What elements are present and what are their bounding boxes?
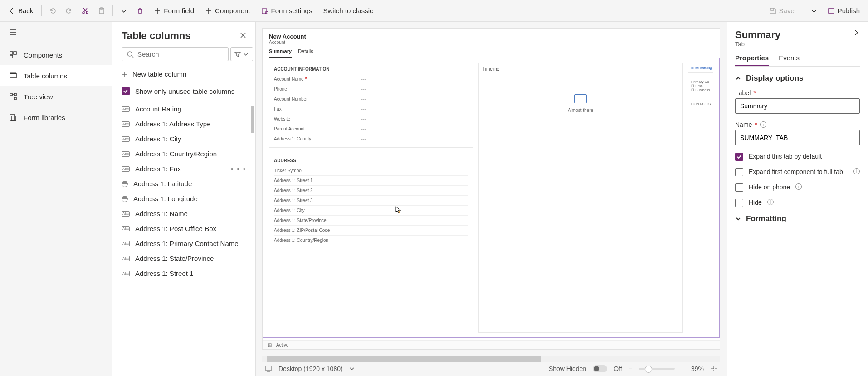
section-address[interactable]: ADDRESS Ticker Symbol---Address 1: Stree… (269, 154, 473, 249)
form-subtitle: Account (269, 40, 713, 45)
more-chevron[interactable] (117, 5, 131, 17)
form-field-row[interactable]: Address 1: Street 1--- (274, 176, 468, 186)
save-button[interactable]: Save (765, 4, 799, 17)
form-settings-button[interactable]: Form settings (257, 4, 317, 17)
paste-button[interactable] (94, 5, 109, 17)
column-item[interactable]: AbcAddress 1: Name (112, 206, 255, 221)
group-formatting[interactable]: Formatting (735, 214, 860, 223)
form-tab-details[interactable]: Details (298, 48, 313, 58)
form-field-row[interactable]: Address 1: State/Province--- (274, 216, 468, 226)
svg-rect-9 (10, 55, 13, 58)
section-timeline[interactable]: Timeline Almost there (478, 63, 683, 333)
table-columns-icon (9, 72, 17, 80)
nav-tree-view[interactable]: Tree view (0, 86, 112, 107)
zoom-slider[interactable] (639, 368, 675, 370)
delete-button[interactable] (133, 5, 147, 17)
hide-phone-checkbox[interactable]: Hide on phone i (735, 183, 860, 192)
group-display-options[interactable]: Display options (735, 74, 860, 83)
scrollbar-thumb[interactable] (267, 356, 541, 362)
expand-default-checkbox[interactable]: Expand this tab by default (735, 153, 860, 161)
column-item[interactable]: AbcAddress 1: Primary Contact Name (112, 236, 255, 251)
form-field-row[interactable]: Address 1: Street 2--- (274, 186, 468, 196)
column-item[interactable]: AbcAccount Rating (112, 101, 255, 116)
form-field-row[interactable]: Account Name*--- (274, 74, 468, 84)
label-input[interactable] (735, 98, 860, 114)
column-item[interactable]: AbcAddress 1: Street 1 (112, 266, 255, 281)
save-chevron[interactable] (807, 5, 821, 17)
fit-icon[interactable] (710, 365, 717, 372)
new-table-column-button[interactable]: New table column (112, 66, 255, 82)
canvas-horizontal-scrollbar[interactable] (262, 356, 720, 362)
nav-form-libraries[interactable]: Form libraries (0, 107, 112, 128)
device-label[interactable]: Desktop (1920 x 1080) (278, 365, 343, 372)
zoom-in-button[interactable]: + (681, 365, 685, 372)
chevron-down-icon (735, 216, 741, 222)
cut-button[interactable] (78, 5, 93, 17)
undo-button[interactable] (45, 5, 60, 17)
form-field-button[interactable]: Form field (149, 4, 199, 17)
form-field-row[interactable]: Address 1: ZIP/Postal Code--- (274, 226, 468, 236)
settings-icon (261, 7, 268, 14)
error-link[interactable]: Error loading (691, 66, 712, 70)
search-input[interactable] (137, 50, 224, 58)
filter-button[interactable] (230, 47, 253, 61)
zoom-out-button[interactable]: − (629, 365, 632, 372)
chevron-down-icon[interactable] (349, 366, 355, 371)
column-item[interactable]: AbcAddress 1: Country/Region (112, 146, 255, 161)
column-item[interactable]: AbcAddress 1: Address Type (112, 116, 255, 131)
search-input-wrap[interactable] (122, 47, 229, 61)
nav-components[interactable]: Components (0, 44, 112, 65)
form-canvas[interactable]: New Account Account Summary Details ACCO… (262, 28, 720, 350)
column-label: Address 1: Latitude (133, 180, 192, 188)
back-button[interactable]: Back (4, 4, 38, 17)
show-hidden-toggle[interactable] (593, 365, 607, 372)
redo-button[interactable] (62, 5, 76, 17)
expand-first-checkbox[interactable]: Expand first component to full tab i (735, 168, 860, 176)
save-label: Save (779, 7, 795, 14)
info-icon[interactable]: i (795, 183, 802, 190)
scrollbar-thumb[interactable] (251, 106, 254, 133)
form-field-row[interactable]: Address 1: County--- (274, 134, 468, 144)
svg-rect-7 (10, 52, 13, 54)
form-field-row[interactable]: Parent Account--- (274, 124, 468, 134)
form-field-row[interactable]: Address 1: Street 3--- (274, 196, 468, 206)
nav-table-columns[interactable]: Table columns (0, 65, 112, 86)
tab-events[interactable]: Events (779, 54, 800, 66)
column-item[interactable]: AbcAddress 1: Post Office Box (112, 221, 255, 236)
hide-checkbox[interactable]: Hide i (735, 199, 860, 207)
more-icon[interactable]: • • • (231, 165, 246, 173)
checkbox-empty-icon (735, 199, 743, 207)
column-item[interactable]: Address 1: Latitude (112, 176, 255, 191)
column-item[interactable]: Address 1: Longitude (112, 191, 255, 206)
form-field-row[interactable]: Address 1: Country/Region--- (274, 236, 468, 245)
field-value: --- (361, 178, 366, 183)
form-field-row[interactable]: Address 1: City--- (274, 206, 468, 216)
chevron-right-icon[interactable] (853, 29, 860, 36)
right-card[interactable]: Error loading (688, 63, 713, 73)
form-field-row[interactable]: Ticker Symbol--- (274, 166, 468, 176)
show-unused-checkbox[interactable]: Show only unused table columns (112, 82, 255, 101)
column-item[interactable]: AbcAddress 1: Fax• • • (112, 161, 255, 176)
field-label: Account Number (274, 96, 361, 101)
switch-classic-button[interactable]: Switch to classic (318, 4, 377, 17)
form-field-row[interactable]: Account Number--- (274, 94, 468, 104)
right-card[interactable]: Primary Co⊟ Email⊟ Business (688, 77, 713, 95)
hamburger-button[interactable] (0, 22, 112, 44)
component-button[interactable]: Component (200, 4, 255, 17)
close-button[interactable] (240, 31, 246, 41)
form-field-row[interactable]: Phone--- (274, 84, 468, 94)
info-icon[interactable]: i (853, 168, 860, 174)
info-icon[interactable]: i (760, 121, 766, 128)
column-label: Address 1: Country/Region (135, 150, 217, 158)
form-field-row[interactable]: Fax--- (274, 104, 468, 114)
column-item[interactable]: AbcAddress 1: State/Province (112, 251, 255, 266)
name-input[interactable] (735, 130, 860, 145)
tab-properties[interactable]: Properties (735, 54, 769, 66)
right-card[interactable]: CONTACTS (688, 99, 713, 109)
publish-button[interactable]: Publish (823, 4, 864, 17)
form-tab-summary[interactable]: Summary (269, 48, 292, 58)
form-field-row[interactable]: Website--- (274, 114, 468, 124)
section-account-info[interactable]: ACCOUNT INFORMATION Account Name*---Phon… (269, 63, 473, 148)
column-item[interactable]: AbcAddress 1: City (112, 131, 255, 146)
info-icon[interactable]: i (767, 199, 774, 205)
